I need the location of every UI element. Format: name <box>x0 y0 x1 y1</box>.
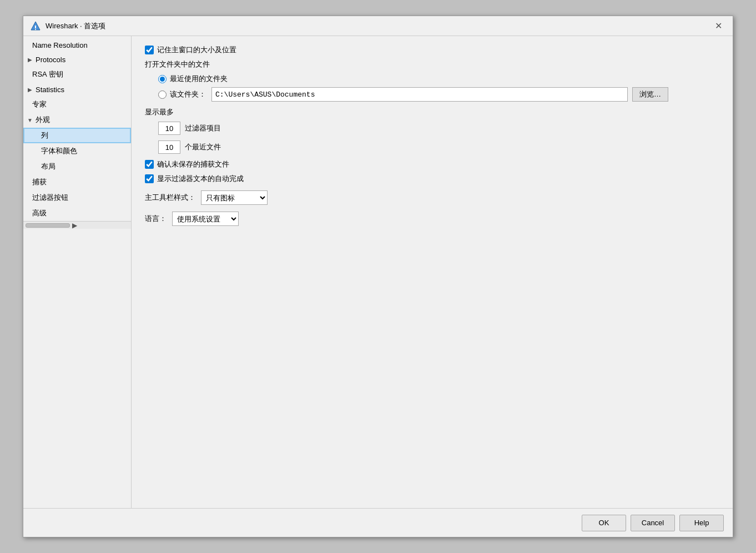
svg-point-2 <box>35 29 36 30</box>
help-button[interactable]: Help <box>679 515 724 531</box>
sidebar-item-rsa-key[interactable]: RSA 密钥 <box>23 67 131 82</box>
sidebar-item-columns[interactable]: 列 <box>23 128 131 143</box>
show-autocomplete-row: 显示过滤器文本的自动完成 <box>145 174 719 184</box>
ok-button[interactable]: OK <box>582 515 626 531</box>
recent-files-count[interactable]: 10 <box>158 140 180 154</box>
sidebar: Name Resolution ▶ Protocols RSA 密钥 ▶ Sta… <box>23 36 132 508</box>
recent-files-row: 10 个最近文件 <box>158 140 719 154</box>
remember-window-row: 记住主窗口的大小及位置 <box>145 45 719 55</box>
sidebar-item-statistics[interactable]: ▶ Statistics <box>23 82 131 97</box>
sidebar-item-label: 过滤器按钮 <box>32 193 68 203</box>
main-window: Wireshark · 首选项 ✕ Name Resolution ▶ Prot… <box>23 16 733 537</box>
sidebar-item-label: Statistics <box>36 86 64 94</box>
sidebar-item-label: 高级 <box>32 208 47 218</box>
recent-folder-radio[interactable] <box>158 75 167 83</box>
sidebar-item-filter-buttons[interactable]: 过滤器按钮 <box>23 190 131 205</box>
radio-group-folder: 最近使用的文件夹 该文件夹： 浏览… <box>158 74 719 102</box>
scrollbar-thumb[interactable] <box>26 223 70 228</box>
footer: OK Cancel Help <box>23 508 733 537</box>
sidebar-item-appearance[interactable]: ▼ 外观 <box>23 112 131 128</box>
chevron-right-icon: ▶ <box>26 55 34 64</box>
sidebar-item-layout[interactable]: 布局 <box>23 159 131 174</box>
custom-folder-label: 该文件夹： <box>170 89 206 99</box>
sidebar-item-label: Protocols <box>36 56 65 64</box>
sidebar-item-expert[interactable]: 专家 <box>23 97 131 112</box>
recent-files-label: 个最近文件 <box>185 142 221 152</box>
browse-button[interactable]: 浏览… <box>632 87 668 102</box>
show-autocomplete-label: 显示过滤器文本的自动完成 <box>157 174 244 184</box>
sidebar-item-name-resolution[interactable]: Name Resolution <box>23 38 131 52</box>
titlebar: Wireshark · 首选项 ✕ <box>23 16 733 36</box>
confirm-unsaved-label: 确认未保存的捕获文件 <box>157 159 229 169</box>
sidebar-item-label: 字体和颜色 <box>41 146 77 156</box>
display-most-label: 显示最多 <box>145 107 719 117</box>
sidebar-item-capture[interactable]: 捕获 <box>23 174 131 190</box>
custom-folder-radio[interactable] <box>158 91 167 99</box>
content-panel: 记住主窗口的大小及位置 打开文件夹中的文件 最近使用的文件夹 该文件夹： 浏览… <box>132 36 733 508</box>
recent-folder-label: 最近使用的文件夹 <box>170 74 228 84</box>
remember-window-checkbox[interactable] <box>145 46 154 54</box>
chevron-down-icon: ▼ <box>26 115 34 124</box>
recent-folder-row: 最近使用的文件夹 <box>158 74 719 84</box>
toolbar-style-select[interactable]: 只有图标 只有文字 图标和文字 <box>201 190 268 205</box>
sidebar-item-label: 布局 <box>41 162 56 172</box>
toolbar-style-label: 主工具栏样式： <box>145 193 195 203</box>
cancel-button[interactable]: Cancel <box>631 515 675 531</box>
window-title: Wireshark · 首选项 <box>46 21 710 31</box>
app-icon <box>30 21 41 32</box>
close-button[interactable]: ✕ <box>710 18 726 34</box>
sidebar-item-label: 外观 <box>36 115 50 125</box>
folder-path-input[interactable] <box>211 87 628 102</box>
remember-window-label: 记住主窗口的大小及位置 <box>157 45 236 55</box>
toolbar-style-row: 主工具栏样式： 只有图标 只有文字 图标和文字 <box>145 190 719 205</box>
sidebar-item-fonts-colors[interactable]: 字体和颜色 <box>23 143 131 159</box>
filter-items-label: 过滤器项目 <box>185 123 221 133</box>
sidebar-item-advanced[interactable]: 高级 <box>23 205 131 221</box>
display-most-section: 显示最多 10 过滤器项目 10 个最近文件 <box>145 107 719 154</box>
sidebar-item-protocols[interactable]: ▶ Protocols <box>23 52 131 67</box>
show-autocomplete-checkbox[interactable] <box>145 174 154 183</box>
sidebar-item-label: 列 <box>41 130 48 140</box>
filter-items-row: 10 过滤器项目 <box>158 122 719 135</box>
language-select[interactable]: 使用系统设置 English 中文 <box>172 212 239 226</box>
language-row: 语言： 使用系统设置 English 中文 <box>145 212 719 226</box>
filter-items-count[interactable]: 10 <box>158 122 180 135</box>
confirm-unsaved-checkbox[interactable] <box>145 160 154 169</box>
scrollbar-arrow-right[interactable]: ▶ <box>72 222 77 229</box>
dialog-body: Name Resolution ▶ Protocols RSA 密钥 ▶ Sta… <box>23 36 733 508</box>
open-files-title: 打开文件夹中的文件 <box>145 59 719 69</box>
confirm-unsaved-row: 确认未保存的捕获文件 <box>145 159 719 169</box>
sidebar-item-label: Name Resolution <box>32 41 88 49</box>
custom-folder-row: 该文件夹： 浏览… <box>158 87 719 102</box>
sidebar-item-label: 捕获 <box>32 177 47 187</box>
sidebar-item-label: RSA 密钥 <box>32 69 63 79</box>
sidebar-scrollbar[interactable]: ▶ <box>23 221 131 229</box>
svg-rect-1 <box>35 26 36 28</box>
folder-path-container: 浏览… <box>211 87 668 102</box>
language-label: 语言： <box>145 214 167 224</box>
chevron-right-icon: ▶ <box>26 85 34 94</box>
sidebar-item-label: 专家 <box>32 99 47 109</box>
